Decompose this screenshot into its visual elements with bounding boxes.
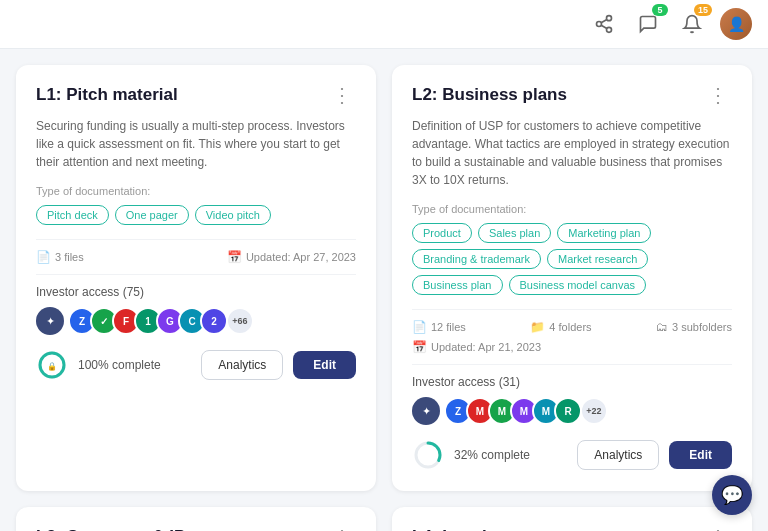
files-count: 📄 3 files — [36, 250, 84, 264]
files-text: 3 files — [55, 251, 84, 263]
messages-button[interactable]: 5 — [632, 8, 664, 40]
analytics-button[interactable]: Analytics — [577, 440, 659, 470]
card-menu-button[interactable]: ⋮ — [704, 527, 732, 531]
progress-circle: 🔒 — [36, 349, 68, 381]
svg-point-2 — [607, 27, 612, 32]
folders-count: 📁 4 folders — [530, 320, 591, 334]
subfolder-icon: 🗂 — [656, 320, 668, 334]
card-meta: 📄 12 files 📁 4 folders 🗂 3 subfolders 📅 … — [412, 309, 732, 365]
files-text: 12 files — [431, 321, 466, 333]
card-description: Definition of USP for customers to achie… — [412, 117, 732, 189]
card-header: L1: Pitch material ⋮ — [36, 85, 356, 105]
cards-grid: L1: Pitch material ⋮ Securing funding is… — [0, 49, 768, 531]
tag-pitch-deck[interactable]: Pitch deck — [36, 205, 109, 225]
magic-icon: ✦ — [412, 397, 440, 425]
card-corporate-ip: L3: Corporate & IP ⋮ Official documents … — [16, 507, 376, 531]
header: 5 15 👤 — [0, 0, 768, 49]
svg-line-4 — [601, 19, 607, 22]
messages-badge: 5 — [652, 4, 668, 16]
card-title: L4: Legal agreements — [412, 527, 587, 531]
card-meta: 📄 3 files 📅 Updated: Apr 27, 2023 — [36, 239, 356, 275]
tag-sales-plan[interactable]: Sales plan — [478, 223, 551, 243]
svg-point-0 — [607, 16, 612, 21]
share-button[interactable] — [588, 8, 620, 40]
tag-business-model[interactable]: Business model canvas — [509, 275, 647, 295]
updated-text: Updated: Apr 21, 2023 — [431, 341, 541, 353]
edit-button[interactable]: Edit — [293, 351, 356, 379]
file-icon: 📄 — [412, 320, 427, 334]
progress-circle — [412, 439, 444, 471]
folders-text: 4 folders — [549, 321, 591, 333]
svg-point-1 — [597, 22, 602, 27]
tags-container: Pitch deck One pager Video pitch — [36, 205, 356, 225]
tag-video-pitch[interactable]: Video pitch — [195, 205, 271, 225]
card-business-plans: L2: Business plans ⋮ Definition of USP f… — [392, 65, 752, 491]
notifications-badge: 15 — [694, 4, 712, 16]
avatar-initials: 👤 — [720, 8, 752, 40]
plus-more-badge: +22 — [580, 397, 608, 425]
tag-business-plan[interactable]: Business plan — [412, 275, 503, 295]
updated-date: 📅 Updated: Apr 21, 2023 — [412, 340, 541, 354]
tag-one-pager[interactable]: One pager — [115, 205, 189, 225]
card-header: L3: Corporate & IP ⋮ — [36, 527, 356, 531]
notifications-button[interactable]: 15 — [676, 8, 708, 40]
edit-button[interactable]: Edit — [669, 441, 732, 469]
investor-avatars: ✦ Z M M M M R +22 — [412, 397, 732, 425]
magic-icon: ✦ — [36, 307, 64, 335]
card-title: L1: Pitch material — [36, 85, 178, 105]
doc-type-label: Type of documentation: — [36, 185, 356, 197]
svg-text:🔒: 🔒 — [47, 361, 57, 371]
card-footer: 🔒 100% complete Analytics Edit — [36, 349, 356, 381]
tag-marketing-plan[interactable]: Marketing plan — [557, 223, 651, 243]
user-avatar[interactable]: 👤 — [720, 8, 752, 40]
card-menu-button[interactable]: ⋮ — [328, 85, 356, 105]
card-menu-button[interactable]: ⋮ — [704, 85, 732, 105]
card-menu-button[interactable]: ⋮ — [328, 527, 356, 531]
investor-avatars: ✦ Z ✓ F 1 G C 2 +66 — [36, 307, 356, 335]
tag-branding[interactable]: Branding & trademark — [412, 249, 541, 269]
subfolders-text: 3 subfolders — [672, 321, 732, 333]
calendar-icon: 📅 — [227, 250, 242, 264]
updated-date: 📅 Updated: Apr 27, 2023 — [227, 250, 356, 264]
card-title: L2: Business plans — [412, 85, 567, 105]
tag-product[interactable]: Product — [412, 223, 472, 243]
progress-label: 100% complete — [78, 358, 191, 372]
file-icon: 📄 — [36, 250, 51, 264]
plus-more-badge: +66 — [226, 307, 254, 335]
investor-access-label: Investor access (31) — [412, 375, 732, 389]
card-pitch-material: L1: Pitch material ⋮ Securing funding is… — [16, 65, 376, 491]
card-header: L4: Legal agreements ⋮ — [412, 527, 732, 531]
analytics-button[interactable]: Analytics — [201, 350, 283, 380]
doc-type-label: Type of documentation: — [412, 203, 732, 215]
updated-text: Updated: Apr 27, 2023 — [246, 251, 356, 263]
card-footer: 32% complete Analytics Edit — [412, 439, 732, 471]
investor-access-label: Investor access (75) — [36, 285, 356, 299]
folder-icon: 📁 — [530, 320, 545, 334]
calendar-icon: 📅 — [412, 340, 427, 354]
subfolders-count: 🗂 3 subfolders — [656, 320, 732, 334]
tags-container: Product Sales plan Marketing plan Brandi… — [412, 223, 732, 295]
svg-line-3 — [601, 25, 607, 28]
avatar-item: R — [554, 397, 582, 425]
chat-button[interactable]: 💬 — [712, 475, 752, 515]
card-title: L3: Corporate & IP — [36, 527, 185, 531]
card-description: Securing funding is usually a multi-step… — [36, 117, 356, 171]
files-count: 📄 12 files — [412, 320, 466, 334]
progress-label: 32% complete — [454, 448, 567, 462]
card-header: L2: Business plans ⋮ — [412, 85, 732, 105]
card-legal-agreements: L4: Legal agreements ⋮ Management, Partn… — [392, 507, 752, 531]
tag-market-research[interactable]: Market research — [547, 249, 648, 269]
avatar-item: 2 — [200, 307, 228, 335]
